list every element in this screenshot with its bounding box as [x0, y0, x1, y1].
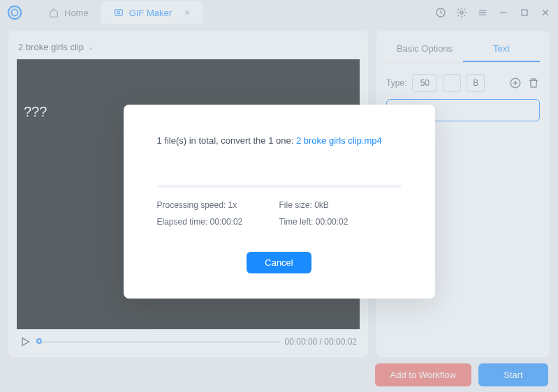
- progress-bar: [157, 185, 402, 188]
- file-size: File size: 0kB: [279, 200, 402, 210]
- elapsed-time: Elapsed time: 00:00:02: [157, 217, 279, 227]
- filename-link[interactable]: 2 broke girls clip.mp4: [296, 135, 382, 146]
- processing-speed: Processing speed: 1x: [157, 200, 279, 210]
- time-left: Time left: 00:00:02: [279, 217, 402, 227]
- cancel-button[interactable]: Cancel: [247, 252, 311, 273]
- modal-overlay: 1 file(s) in total, convert the 1 one: 2…: [0, 0, 558, 392]
- progress-stats: Processing speed: 1x Elapsed time: 00:00…: [157, 200, 402, 227]
- progress-message: 1 file(s) in total, convert the 1 one: 2…: [157, 135, 402, 146]
- progress-dialog: 1 file(s) in total, convert the 1 one: 2…: [124, 105, 435, 299]
